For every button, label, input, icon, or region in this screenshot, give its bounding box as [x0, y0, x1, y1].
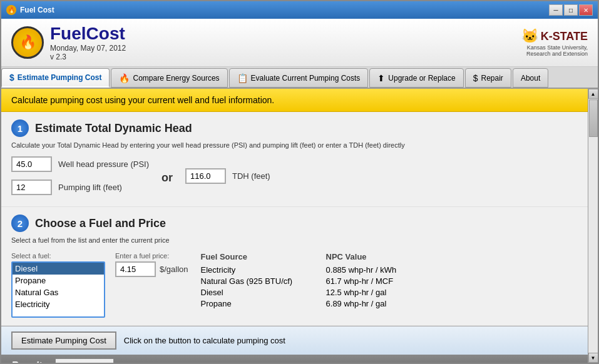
- tab-evaluate-icon: 📋: [237, 73, 248, 83]
- npc-source-0: Electricity: [201, 265, 314, 275]
- print-results-button[interactable]: Print Results: [55, 358, 114, 363]
- fuel-option-diesel[interactable]: Diesel: [13, 263, 104, 275]
- tdh-label: TDH (feet): [232, 171, 270, 181]
- npc-value-3: 6.89 whp-hr / gal: [326, 299, 426, 308]
- kstate-logo: 🐱 K-STATE Kansas State University, Resea…: [521, 28, 588, 57]
- tab-repair[interactable]: $ Repair: [465, 68, 511, 88]
- npc-source-1: Natural Gas (925 BTU/cf): [201, 276, 314, 286]
- app-icon: 🔥: [6, 5, 16, 15]
- npc-col2-header: NPC Value: [326, 252, 426, 261]
- price-unit: $/gallon: [160, 265, 188, 274]
- or-separator: or: [161, 171, 173, 185]
- npc-header: Fuel Source NPC Value: [201, 252, 426, 261]
- npc-value-0: 0.885 whp-hr / kWh: [326, 265, 426, 275]
- kstate-sub1: Kansas State University,: [527, 44, 588, 51]
- info-banner: Calculate pumping cost using your curren…: [1, 89, 588, 112]
- banner-text: Calculate pumping cost using your curren…: [11, 95, 274, 105]
- section2-desc: Select a fuel from the list and enter th…: [11, 236, 578, 245]
- title-bar: 🔥 Fuel Cost ─ □ ✕: [1, 1, 598, 19]
- lift-row: Pumping lift (feet): [11, 179, 149, 195]
- fuel-select-label: Select a fuel:: [11, 252, 105, 260]
- step1-number: 1: [18, 123, 23, 134]
- tab-upgrade-icon: ⬆: [377, 73, 385, 83]
- tab-compare[interactable]: 🔥 Compare Energy Sources: [111, 68, 227, 88]
- price-input[interactable]: [115, 261, 156, 277]
- tab-upgrade[interactable]: ⬆ Upgrade or Replace: [369, 68, 463, 88]
- scroll-down-button[interactable]: ▼: [588, 353, 598, 363]
- calc-hint: Click on the button to calculate pumping…: [124, 336, 285, 345]
- tab-evaluate[interactable]: 📋 Evaluate Current Pumping Costs: [229, 68, 369, 88]
- step2-number: 2: [18, 218, 23, 229]
- section1-title: Estimate Total Dynamic Head: [35, 122, 192, 135]
- estimate-pumping-cost-button[interactable]: Estimate Pumping Cost: [11, 331, 116, 350]
- tab-repair-label: Repair: [481, 74, 503, 83]
- logo-text: FuelCost Monday, May 07, 2012 v 2.3: [50, 24, 126, 61]
- logo: FuelCost Monday, May 07, 2012 v 2.3: [11, 24, 126, 61]
- maximize-button[interactable]: □: [564, 4, 578, 16]
- kstate-text: K-STATE: [541, 30, 588, 43]
- pumping-lift-label: Pumping lift (feet): [58, 183, 122, 192]
- section1-desc: Calculate your Total Dynamic Head by ent…: [11, 141, 578, 150]
- tab-about[interactable]: About: [513, 68, 548, 88]
- scrollbar[interactable]: ▲ ▼: [588, 89, 598, 363]
- npc-table: Fuel Source NPC Value Electricity 0.885 …: [201, 252, 426, 310]
- well-pressure-input[interactable]: [11, 156, 52, 172]
- npc-col1-header: Fuel Source: [201, 252, 314, 261]
- tab-evaluate-label: Evaluate Current Pumping Costs: [251, 74, 361, 83]
- tab-estimate-icon: $: [9, 73, 14, 83]
- results-bar: Results Print Results: [1, 355, 588, 363]
- npc-value-1: 61.7 whp-hr / MCF: [326, 276, 426, 286]
- pumping-lift-input[interactable]: [11, 179, 52, 195]
- tdh-input[interactable]: [185, 168, 226, 184]
- tab-upgrade-label: Upgrade or Replace: [388, 74, 455, 83]
- logo-date: Monday, May 07, 2012: [50, 44, 126, 53]
- header: FuelCost Monday, May 07, 2012 v 2.3 🐱 K-…: [1, 19, 598, 67]
- step2-badge: 2: [11, 215, 29, 232]
- fuel-select[interactable]: Diesel Propane Natural Gas Electricity: [11, 261, 105, 318]
- price-row: $/gallon: [115, 261, 188, 277]
- scroll-thumb[interactable]: [589, 99, 598, 137]
- fuel-controls: Select a fuel: Diesel Propane Natural Ga…: [11, 252, 578, 318]
- section2-title: Choose a Fuel and Price: [35, 217, 166, 230]
- price-group: Enter a fuel price: $/gallon: [115, 252, 188, 277]
- table-row: Propane 6.89 whp-hr / gal: [201, 299, 426, 308]
- tab-estimate-label: Estimate Pumping Cost: [18, 73, 102, 82]
- tdh-inputs: Well head pressure (PSI) Pumping lift (f…: [11, 156, 578, 199]
- title-bar-controls: ─ □ ✕: [549, 4, 593, 16]
- kstate-sub2: Research and Extension: [526, 51, 588, 57]
- section2-header: 2 Choose a Fuel and Price: [11, 215, 578, 232]
- logo-icon: [11, 26, 44, 59]
- tab-estimate[interactable]: $ Estimate Pumping Cost: [1, 68, 110, 88]
- npc-value-2: 12.5 whp-hr / gal: [326, 288, 426, 297]
- section2-desc-text: Select a fuel from the list and enter th…: [11, 236, 170, 244]
- tab-compare-icon: 🔥: [119, 73, 130, 83]
- fuel-option-natural-gas[interactable]: Natural Gas: [13, 286, 104, 298]
- main-window: 🔥 Fuel Cost ─ □ ✕ FuelCost Monday, May 0…: [0, 0, 599, 364]
- tab-compare-label: Compare Energy Sources: [133, 74, 219, 83]
- pressure-row: Well head pressure (PSI): [11, 156, 149, 172]
- window-title: Fuel Cost: [20, 6, 54, 14]
- tdh-direct-row: TDH (feet): [185, 168, 270, 184]
- well-pressure-label: Well head pressure (PSI): [58, 159, 149, 169]
- step1-badge: 1: [11, 119, 29, 137]
- bottom-bar: Estimate Pumping Cost Click on the butto…: [1, 326, 588, 355]
- npc-source-3: Propane: [201, 299, 314, 308]
- scroll-track[interactable]: [588, 99, 598, 353]
- kstate-wildcat-icon: 🐱: [521, 28, 538, 44]
- fuel-option-electricity[interactable]: Electricity: [13, 298, 104, 310]
- close-button[interactable]: ✕: [579, 4, 593, 16]
- results-title: Results: [11, 360, 48, 363]
- minimize-button[interactable]: ─: [549, 4, 563, 16]
- fuel-option-propane[interactable]: Propane: [13, 275, 104, 286]
- main-content: Calculate pumping cost using your curren…: [1, 89, 588, 363]
- scroll-up-button[interactable]: ▲: [588, 89, 598, 99]
- section1-header: 1 Estimate Total Dynamic Head: [11, 119, 578, 137]
- table-row: Natural Gas (925 BTU/cf) 61.7 whp-hr / M…: [201, 276, 426, 286]
- title-bar-left: 🔥 Fuel Cost: [6, 5, 54, 15]
- section-fuel: 2 Choose a Fuel and Price Select a fuel …: [1, 207, 588, 325]
- logo-title: FuelCost: [50, 24, 126, 44]
- section-tdh: 1 Estimate Total Dynamic Head Calculate …: [1, 112, 588, 207]
- price-label: Enter a fuel price:: [115, 252, 188, 260]
- table-row: Diesel 12.5 whp-hr / gal: [201, 288, 426, 297]
- table-row: Electricity 0.885 whp-hr / kWh: [201, 265, 426, 275]
